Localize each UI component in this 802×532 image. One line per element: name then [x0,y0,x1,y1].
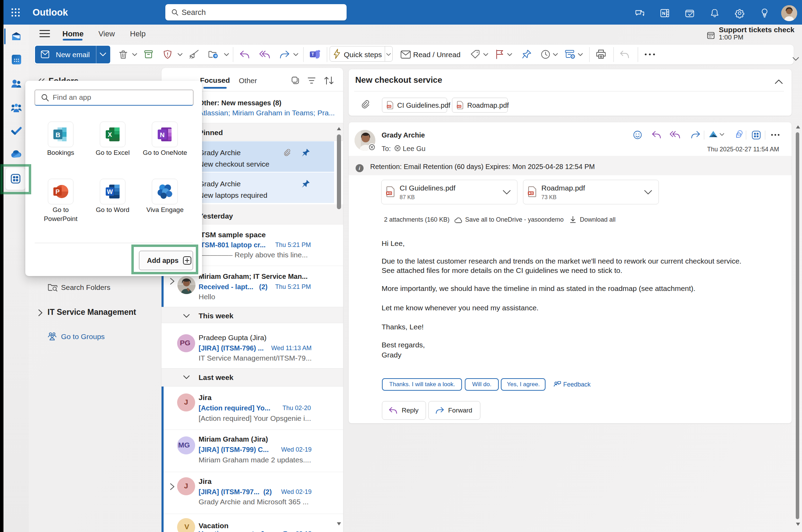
svg-text:N: N [662,11,665,16]
svg-text:T: T [312,52,314,57]
svg-text:B: B [55,131,60,139]
svg-text:W: W [107,188,113,195]
svg-text:P: P [55,188,60,195]
svg-text:N: N [160,131,165,139]
svg-text:X: X [108,131,112,138]
